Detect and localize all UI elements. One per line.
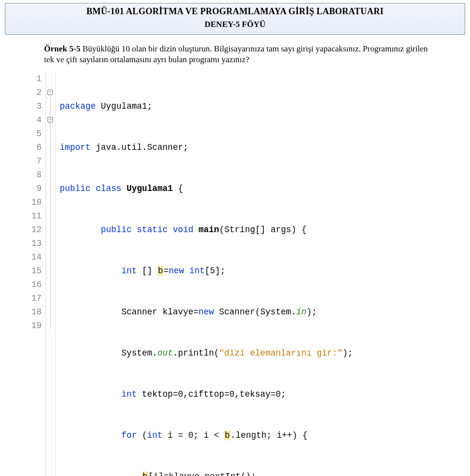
line-number: 9 (29, 182, 42, 195)
line-number: 10 (29, 195, 42, 209)
line-number: 5 (29, 127, 42, 141)
line-number: 11 (29, 209, 42, 223)
line-number: 2 (29, 86, 42, 99)
line-number-gutter: 1 2 3 4 5 6 7 8 9 10 11 12 13 14 15 16 1… (29, 72, 46, 476)
line-number: 17 (29, 291, 42, 305)
line-number: 14 (29, 250, 42, 264)
line-number: 13 (29, 237, 42, 250)
code-line: package Uygulama1; (60, 99, 353, 113)
line-number: 6 (29, 141, 42, 154)
line-number: 8 (29, 168, 42, 182)
example-5-5-body: Büyüklüğü 10 olan bir dizin oluşturun. B… (44, 44, 428, 64)
line-number: 18 (29, 305, 42, 319)
code-content: package Uygulama1; import java.util.Scan… (56, 72, 353, 476)
header-title: BMÜ-101 ALGORİTMA VE PROGRAMLAMAYA GİRİŞ… (10, 6, 460, 17)
code-line: b[i]=klavye.nextInt(); (60, 470, 353, 476)
line-number: 3 (29, 99, 42, 113)
fold-gutter (46, 72, 56, 476)
fold-toggle-icon[interactable] (47, 90, 53, 95)
code-line: public class Uygulama1 { (60, 182, 353, 195)
code-line: int tektop=0,cifttop=0,teksay=0; (60, 387, 353, 401)
line-number: 12 (29, 223, 42, 237)
line-number: 16 (29, 278, 42, 291)
example-5-5-text: Örnek 5-5 Büyüklüğü 10 olan bir dizin ol… (44, 44, 430, 65)
line-number: 15 (29, 264, 42, 278)
fold-guide-line (50, 95, 50, 329)
line-number: 19 (29, 319, 42, 333)
example-5-5-lead: Örnek 5-5 (44, 44, 80, 53)
code-line: public static void main(String[] args) { (60, 223, 353, 237)
code-line: for (int i = 0; i < b.length; i++) { (60, 428, 353, 442)
code-line: Scanner klavye=new Scanner(System.in); (60, 305, 353, 319)
code-line: int [] b=new int[5]; (60, 264, 353, 278)
code-line: System.out.println("dizi elemanlarını gi… (60, 346, 353, 360)
line-number: 4 (29, 113, 42, 127)
code-block: 1 2 3 4 5 6 7 8 9 10 11 12 13 14 15 16 1… (29, 72, 470, 476)
code-line: import java.util.Scanner; (60, 141, 353, 154)
line-number: 7 (29, 154, 42, 168)
line-number: 1 (29, 72, 42, 86)
page-header: BMÜ-101 ALGORİTMA VE PROGRAMLAMAYA GİRİŞ… (5, 3, 465, 35)
header-subtitle: DENEY-5 FÖYÜ (10, 20, 460, 29)
